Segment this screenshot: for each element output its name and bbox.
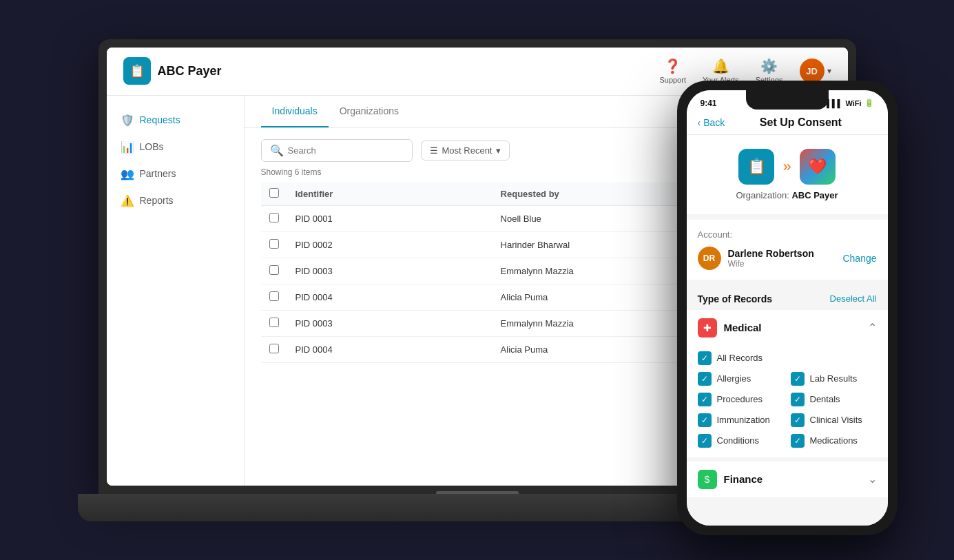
finance-category-left: $ Finance: [698, 470, 763, 489]
partners-icon: 👥: [121, 167, 134, 180]
record-dentals[interactable]: ✓ Dentals: [791, 393, 877, 406]
finance-category: $ Finance ⌄: [687, 462, 888, 497]
medications-checkbox[interactable]: ✓: [791, 434, 805, 448]
cell-identifier: PID 0002: [287, 231, 492, 258]
row-checkbox-5[interactable]: [269, 344, 279, 353]
logo-area: 📋 ABC Payer: [123, 57, 660, 85]
logo-icon: 📋: [123, 57, 151, 85]
account-name: Darlene Robertson: [728, 248, 814, 259]
phone-notch: [746, 90, 829, 110]
sidebar-item-requests[interactable]: 🛡️ Requests: [107, 107, 244, 134]
account-role: Wife: [728, 259, 814, 269]
sidebar: 🛡️ Requests 📊 LOBs 👥 Partners ⚠️ Reports: [107, 96, 245, 486]
finance-icon: $: [698, 470, 717, 489]
records-title: Type of Records: [698, 293, 773, 304]
medical-category-header[interactable]: ✚ Medical ⌃: [687, 310, 888, 346]
row-checkbox-1[interactable]: [269, 239, 279, 249]
record-procedures[interactable]: ✓ Procedures: [698, 393, 784, 406]
search-input[interactable]: [288, 145, 404, 156]
record-allergies[interactable]: ✓ Allergies: [698, 372, 784, 386]
signal-icon: ▌▌▌: [827, 99, 842, 107]
cell-identifier: PID 0001: [287, 205, 492, 231]
search-box[interactable]: 🔍: [261, 139, 413, 162]
sidebar-item-lobs[interactable]: 📊 LOBs: [107, 134, 244, 160]
all-records-label: All Records: [717, 353, 763, 363]
tab-organizations[interactable]: Organizations: [329, 96, 410, 127]
conditions-checkbox[interactable]: ✓: [698, 434, 712, 448]
immunization-label: Immunization: [717, 415, 770, 425]
medications-label: Medications: [810, 435, 858, 446]
cell-identifier: PID 0003: [287, 310, 492, 336]
record-clinical-visits[interactable]: ✓ Clinical Visits: [791, 413, 877, 427]
account-info: DR Darlene Robertson Wife: [698, 247, 814, 270]
chevron-down-icon: ▾: [827, 66, 831, 76]
allergies-checkbox[interactable]: ✓: [698, 372, 712, 386]
procedures-checkbox[interactable]: ✓: [698, 393, 712, 406]
org-logo-icon: 📋: [738, 149, 774, 185]
wifi-icon: WiFi: [845, 99, 861, 107]
deselect-all-button[interactable]: Deselect All: [830, 293, 877, 304]
account-avatar: DR: [698, 247, 721, 270]
sidebar-item-partners[interactable]: 👥 Partners: [107, 160, 244, 187]
finance-category-name: Finance: [724, 473, 763, 485]
phone-nav-bar: ‹ Back Set Up Consent: [687, 111, 888, 135]
clinical-visits-label: Clinical Visits: [810, 415, 862, 425]
finance-chevron-down-icon: ⌄: [868, 473, 877, 486]
medical-icon: ✚: [698, 318, 717, 338]
procedures-label: Procedures: [717, 394, 763, 404]
org-name-label: Organization: ABC Payer: [736, 190, 838, 200]
account-section: Account: DR Darlene Robertson Wife Chang…: [687, 220, 888, 280]
status-indicators: ▌▌▌ WiFi 🔋: [827, 98, 874, 107]
transfer-arrows-icon: »: [782, 158, 791, 176]
account-label: Account:: [698, 229, 877, 240]
logos-row: 📋 » ❤️: [738, 149, 835, 185]
immunization-checkbox[interactable]: ✓: [698, 413, 712, 427]
app-logo-icon: ❤️: [800, 149, 836, 185]
search-icon: 🔍: [270, 144, 284, 157]
chevron-down-icon: ▾: [496, 145, 501, 156]
row-checkbox-2[interactable]: [269, 265, 279, 275]
medical-chevron-up-icon: ⌃: [868, 321, 877, 334]
filter-button[interactable]: ☰ Most Recent ▾: [421, 141, 510, 160]
record-lab-results[interactable]: ✓ Lab Results: [791, 372, 877, 386]
consent-logos: 📋 » ❤️ Organization: ABC Payer: [687, 135, 888, 214]
phone-body: 9:41 ▌▌▌ WiFi 🔋 ‹ Back Set Up Consent: [677, 81, 898, 535]
finance-category-header[interactable]: $ Finance ⌄: [687, 462, 888, 497]
select-all-checkbox[interactable]: [269, 188, 279, 198]
record-conditions[interactable]: ✓ Conditions: [698, 434, 784, 448]
reports-icon: ⚠️: [121, 194, 134, 207]
record-medications[interactable]: ✓ Medications: [791, 434, 877, 448]
phone-content: 📋 » ❤️ Organization: ABC Payer Account:: [687, 135, 888, 526]
cell-identifier: PID 0004: [287, 284, 492, 310]
shield-icon: 🛡️: [121, 114, 134, 127]
allergies-label: Allergies: [717, 373, 751, 384]
tab-individuals[interactable]: Individuals: [261, 96, 329, 127]
row-checkbox-4[interactable]: [269, 318, 279, 327]
phone-screen: 9:41 ▌▌▌ WiFi 🔋 ‹ Back Set Up Consent: [687, 90, 888, 526]
account-details: Darlene Robertson Wife: [728, 248, 814, 269]
change-account-button[interactable]: Change: [842, 253, 876, 264]
bell-icon: 🔔: [712, 58, 729, 74]
record-immunization[interactable]: ✓ Immunization: [698, 413, 784, 427]
row-checkbox-0[interactable]: [269, 213, 279, 222]
all-records-checkbox[interactable]: ✓: [698, 351, 712, 365]
lobs-icon: 📊: [121, 141, 134, 154]
medical-category-name: Medical: [724, 322, 762, 333]
conditions-label: Conditions: [717, 435, 759, 446]
account-row: DR Darlene Robertson Wife Change: [698, 247, 877, 270]
chevron-left-icon: ‹: [698, 117, 701, 128]
medical-category: ✚ Medical ⌃ ✓ All Records: [687, 310, 888, 457]
sidebar-item-reports[interactable]: ⚠️ Reports: [107, 187, 244, 214]
lab-results-checkbox[interactable]: ✓: [791, 372, 805, 386]
col-identifier: Identifier: [287, 183, 492, 206]
support-icon: ❓: [664, 58, 681, 74]
cell-identifier: PID 0003: [287, 258, 492, 284]
dentals-checkbox[interactable]: ✓: [791, 393, 805, 406]
row-checkbox-3[interactable]: [269, 291, 279, 301]
filter-icon: ☰: [430, 145, 438, 156]
record-all-records[interactable]: ✓ All Records: [698, 351, 877, 365]
phone-frame: 9:41 ▌▌▌ WiFi 🔋 ‹ Back Set Up Consent: [677, 81, 898, 535]
dentals-label: Dentals: [810, 394, 840, 404]
back-button[interactable]: ‹ Back: [698, 117, 725, 128]
clinical-visits-checkbox[interactable]: ✓: [791, 413, 805, 427]
